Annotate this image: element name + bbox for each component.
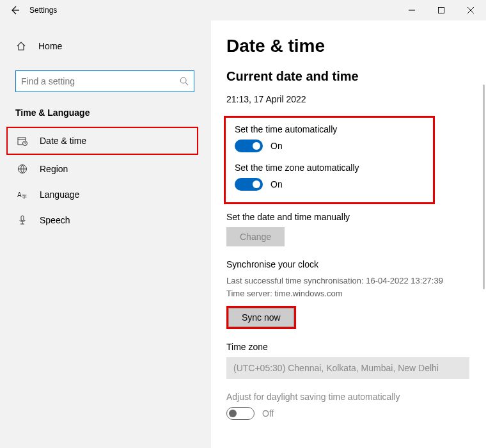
- nav-date-time[interactable]: Date & time: [8, 128, 197, 154]
- home-icon: [15, 41, 27, 51]
- section-title: Time & Language: [0, 101, 211, 124]
- svg-text:A: A: [17, 191, 22, 198]
- maximize-button[interactable]: [427, 0, 456, 20]
- search-icon: [180, 77, 189, 86]
- nav-speech[interactable]: Speech: [0, 207, 211, 233]
- page-title: Date & time: [226, 36, 486, 56]
- sync-now-button[interactable]: Sync now: [228, 308, 294, 327]
- auto-time-label: Set the time automatically: [235, 124, 424, 134]
- current-datetime: 21:13, 17 April 2022: [226, 94, 486, 104]
- nav-item-label: Date & time: [40, 136, 86, 146]
- nav-home[interactable]: Home: [15, 33, 201, 59]
- search-field[interactable]: [21, 76, 180, 86]
- scrollbar[interactable]: [483, 84, 485, 289]
- auto-tz-toggle[interactable]: [235, 178, 263, 191]
- globe-icon: [17, 164, 28, 174]
- back-button[interactable]: [0, 5, 29, 15]
- sync-heading: Synchronise your clock: [226, 259, 486, 269]
- search-input[interactable]: [15, 70, 194, 92]
- nav-item-label: Language: [40, 189, 79, 200]
- nav-region[interactable]: Region: [0, 156, 211, 182]
- highlight-box-sidebar: Date & time: [6, 127, 198, 155]
- title-bar: Settings: [0, 0, 486, 20]
- sidebar: Home Time & Language Date & time: [0, 20, 211, 448]
- dst-toggle: [226, 407, 255, 420]
- auto-time-state: On: [270, 141, 283, 151]
- highlight-box-toggles: Set the time automatically On Set the ti…: [224, 116, 435, 204]
- nav-item-label: Speech: [40, 215, 70, 225]
- svg-point-1: [180, 77, 186, 83]
- manual-time-label: Set the date and time manually: [226, 212, 486, 222]
- sync-last-text: Last successful time synchronisation: 16…: [226, 275, 486, 287]
- microphone-icon: [17, 215, 28, 225]
- auto-tz-state: On: [270, 179, 283, 189]
- highlight-box-sync: Sync now: [226, 306, 296, 329]
- auto-tz-label: Set the time zone automatically: [235, 163, 424, 173]
- language-icon: A字: [17, 189, 28, 200]
- svg-rect-0: [439, 8, 444, 13]
- dst-label: Adjust for daylight saving time automati…: [226, 392, 486, 402]
- content-pane: Date & time Current date and time 21:13,…: [211, 20, 486, 448]
- section-heading: Current date and time: [226, 69, 486, 84]
- calendar-clock-icon: [17, 136, 28, 146]
- svg-rect-7: [21, 216, 24, 221]
- close-button[interactable]: [456, 0, 485, 20]
- minimize-button[interactable]: [397, 0, 427, 20]
- change-button: Change: [226, 227, 285, 246]
- sync-server-text: Time server: time.windows.com: [226, 287, 486, 300]
- auto-time-toggle[interactable]: [235, 140, 263, 152]
- dst-state: Off: [262, 408, 274, 419]
- tz-heading: Time zone: [226, 342, 486, 352]
- nav-language[interactable]: A字 Language: [0, 182, 211, 207]
- nav-home-label: Home: [38, 41, 62, 51]
- window-title: Settings: [29, 6, 57, 15]
- timezone-select: (UTC+05:30) Chennai, Kolkata, Mumbai, Ne…: [226, 357, 469, 379]
- svg-text:字: 字: [22, 194, 27, 200]
- nav-item-label: Region: [40, 164, 68, 174]
